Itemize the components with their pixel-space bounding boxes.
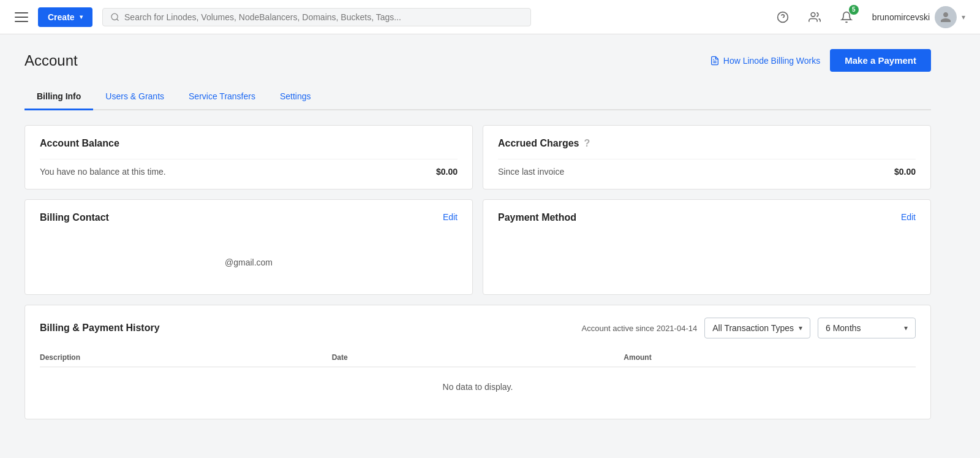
create-button[interactable]: Create ▾ xyxy=(38,7,92,27)
billing-contact-email: @gmail.com xyxy=(225,258,273,267)
hamburger-menu-button[interactable] xyxy=(10,7,33,27)
user-menu[interactable]: brunomircevski ▾ xyxy=(867,4,970,31)
search-input[interactable] xyxy=(124,12,523,22)
create-chevron-icon: ▾ xyxy=(80,13,83,20)
payment-method-content xyxy=(498,233,916,282)
community-button[interactable] xyxy=(804,6,826,28)
top-cards-row: Account Balance You have no balance at t… xyxy=(24,125,931,189)
accrued-charges-title: Accrued Charges ? xyxy=(498,138,916,149)
payment-method-header: Payment Method Edit xyxy=(498,212,916,233)
tab-settings[interactable]: Settings xyxy=(268,84,323,110)
svg-point-0 xyxy=(111,13,118,20)
search-icon xyxy=(110,12,119,22)
billing-link[interactable]: How Linode Billing Works xyxy=(710,56,820,66)
billing-history-card: Billing & Payment History Account active… xyxy=(24,305,931,419)
create-label: Create xyxy=(48,12,75,22)
accrued-charges-card: Accrued Charges ? Since last invoice $0.… xyxy=(483,125,931,189)
payment-method-title: Payment Method xyxy=(498,212,576,223)
billing-table-empty: No data to display. xyxy=(40,367,916,406)
tabs-container: Billing Info Users & Grants Service Tran… xyxy=(24,84,931,110)
billing-table-header: Description Date Amount xyxy=(40,348,916,367)
account-balance-label: You have no balance at this time. xyxy=(40,167,166,177)
header-actions: How Linode Billing Works Make a Payment xyxy=(710,49,931,72)
months-chevron-icon: ▾ xyxy=(904,324,908,332)
since-last-invoice-label: Since last invoice xyxy=(498,167,564,177)
second-cards-row: Billing Contact Edit @gmail.com Payment … xyxy=(24,199,931,295)
column-amount: Amount xyxy=(624,353,916,362)
search-area xyxy=(102,8,531,26)
billing-history-title: Billing & Payment History xyxy=(40,323,160,334)
make-payment-button[interactable]: Make a Payment xyxy=(830,49,931,72)
help-button[interactable] xyxy=(772,6,794,28)
tab-service-transfers[interactable]: Service Transfers xyxy=(176,84,268,110)
username-label: brunomircevski xyxy=(872,12,930,22)
column-date: Date xyxy=(332,353,624,362)
document-icon xyxy=(710,56,720,66)
help-icon xyxy=(777,11,789,23)
transaction-type-dropdown[interactable]: All Transaction Types ▾ xyxy=(704,318,810,338)
months-label: 6 Months xyxy=(826,323,861,333)
notification-wrapper: 5 xyxy=(835,6,858,28)
account-balance-card: Account Balance You have no balance at t… xyxy=(24,125,473,189)
avatar xyxy=(935,6,957,28)
billing-contact-header: Billing Contact Edit xyxy=(40,212,458,233)
page-title: Account xyxy=(24,52,78,69)
payment-method-card: Payment Method Edit xyxy=(483,199,931,295)
column-description: Description xyxy=(40,353,332,362)
accrued-charges-help-icon[interactable]: ? xyxy=(584,138,590,149)
billing-contact-title: Billing Contact xyxy=(40,212,109,223)
community-icon xyxy=(809,11,821,23)
tab-users-grants[interactable]: Users & Grants xyxy=(93,84,176,110)
svg-line-1 xyxy=(116,18,118,20)
payment-method-edit-link[interactable]: Edit xyxy=(901,212,916,222)
notification-badge: 5 xyxy=(849,5,859,15)
billing-link-label: How Linode Billing Works xyxy=(723,56,820,66)
accrued-charges-amount: $0.00 xyxy=(894,167,916,177)
months-dropdown[interactable]: 6 Months ▾ xyxy=(818,318,916,338)
account-balance-title: Account Balance xyxy=(40,138,458,149)
main-content: Account How Linode Billing Works Make a … xyxy=(0,34,956,434)
page-header: Account How Linode Billing Works Make a … xyxy=(24,49,931,72)
svg-point-4 xyxy=(811,12,815,17)
account-active-since: Account active since 2021-04-14 xyxy=(582,324,698,333)
tab-billing-info[interactable]: Billing Info xyxy=(24,84,93,110)
empty-text: No data to display. xyxy=(443,382,513,392)
account-balance-amount: $0.00 xyxy=(436,167,458,177)
transaction-type-chevron-icon: ▾ xyxy=(799,324,802,332)
user-chevron-icon: ▾ xyxy=(962,13,965,21)
account-balance-row: You have no balance at this time. $0.00 xyxy=(40,159,458,177)
top-navigation: Create ▾ xyxy=(0,0,980,34)
nav-icons: 5 brunomircevski ▾ xyxy=(772,4,970,31)
billing-contact-edit-link[interactable]: Edit xyxy=(443,212,458,222)
billing-contact-content: @gmail.com xyxy=(40,233,458,282)
billing-contact-card: Billing Contact Edit @gmail.com xyxy=(24,199,473,295)
billing-history-controls: Account active since 2021-04-14 All Tran… xyxy=(582,318,916,338)
transaction-type-label: All Transaction Types xyxy=(712,323,794,333)
billing-history-header: Billing & Payment History Account active… xyxy=(40,318,916,338)
accrued-charges-row: Since last invoice $0.00 xyxy=(498,159,916,177)
